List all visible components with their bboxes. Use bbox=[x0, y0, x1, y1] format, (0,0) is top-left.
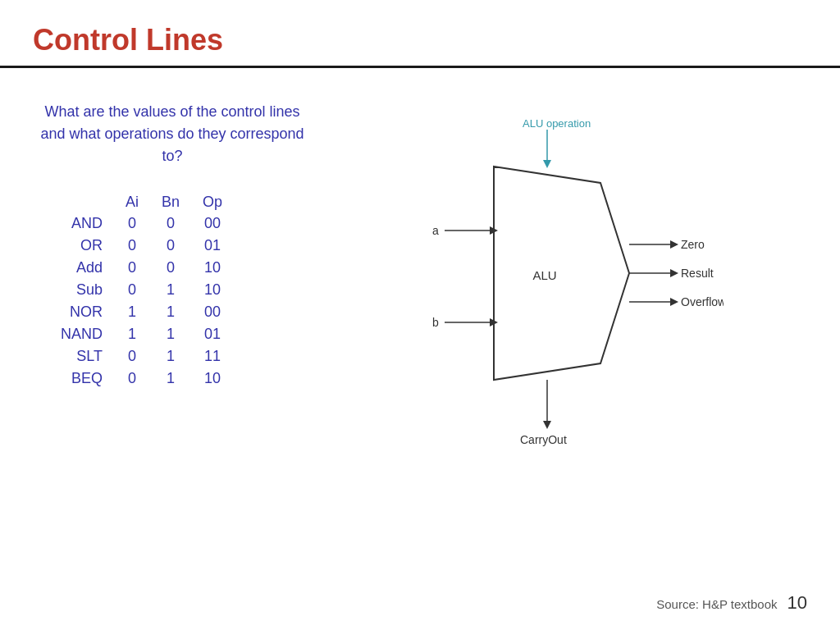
cell-4-3: 00 bbox=[191, 301, 234, 323]
svg-marker-14 bbox=[670, 269, 678, 277]
cell-3-3: 10 bbox=[191, 279, 234, 301]
content-area: What are the values of the control lines… bbox=[0, 68, 840, 591]
cell-6-1: 0 bbox=[114, 345, 150, 368]
svg-text:CarryOut: CarryOut bbox=[520, 433, 567, 446]
footer: Source: H&P textbook 10 bbox=[656, 592, 807, 614]
table-container: Ai Bn Op AND0000OR0001Add0010Sub0110NOR1… bbox=[33, 192, 312, 390]
cell-6-3: 11 bbox=[191, 345, 234, 368]
cell-2-1: 0 bbox=[114, 257, 150, 279]
cell-7-1: 0 bbox=[114, 368, 150, 390]
table-header-row: Ai Bn Op bbox=[49, 192, 234, 212]
alu-svg: ALU operation a b ALU bbox=[395, 109, 724, 486]
right-panel: ALU operation a b ALU bbox=[312, 84, 807, 575]
cell-5-2: 1 bbox=[150, 323, 191, 345]
cell-7-0: BEQ bbox=[49, 368, 114, 390]
alu-operation-label: ALU operation bbox=[523, 117, 591, 130]
svg-marker-11 bbox=[670, 240, 678, 249]
table-row: SLT0111 bbox=[49, 345, 234, 368]
svg-text:Result: Result bbox=[681, 267, 714, 280]
svg-text:b: b bbox=[432, 316, 439, 329]
cell-5-1: 1 bbox=[114, 323, 150, 345]
cell-2-2: 0 bbox=[150, 257, 191, 279]
cell-4-1: 1 bbox=[114, 301, 150, 323]
alu-table: Ai Bn Op AND0000OR0001Add0010Sub0110NOR1… bbox=[49, 192, 234, 390]
cell-5-0: NAND bbox=[49, 323, 114, 345]
col-header-ai: Ai bbox=[114, 192, 150, 212]
svg-text:ALU: ALU bbox=[532, 268, 556, 282]
svg-text:Zero: Zero bbox=[681, 238, 705, 251]
source-label: Source: H&P textbook bbox=[656, 597, 777, 611]
cell-1-2: 0 bbox=[150, 235, 191, 257]
cell-7-2: 1 bbox=[150, 368, 191, 390]
cell-2-3: 10 bbox=[191, 257, 234, 279]
table-row: OR0001 bbox=[49, 235, 234, 257]
svg-text:Overflow: Overflow bbox=[681, 295, 724, 308]
cell-2-0: Add bbox=[49, 257, 114, 279]
page-title: Control Lines bbox=[33, 23, 807, 57]
cell-3-1: 0 bbox=[114, 279, 150, 301]
question-text: What are the values of the control lines… bbox=[33, 101, 312, 167]
title-area: Control Lines bbox=[0, 0, 840, 66]
cell-3-2: 1 bbox=[150, 279, 191, 301]
svg-marker-20 bbox=[543, 421, 551, 429]
cell-4-2: 1 bbox=[150, 301, 191, 323]
table-row: Add0010 bbox=[49, 257, 234, 279]
cell-6-2: 1 bbox=[150, 345, 191, 368]
svg-marker-2 bbox=[494, 167, 629, 380]
cell-1-1: 0 bbox=[114, 235, 150, 257]
alu-diagram: ALU operation a b ALU bbox=[395, 109, 724, 486]
left-panel: What are the values of the control lines… bbox=[33, 84, 312, 575]
cell-1-0: OR bbox=[49, 235, 114, 257]
slide: Control Lines What are the values of the… bbox=[0, 0, 840, 630]
col-header-opcode: Op bbox=[191, 192, 234, 212]
table-row: Sub0110 bbox=[49, 279, 234, 301]
cell-7-3: 10 bbox=[191, 368, 234, 390]
cell-6-0: SLT bbox=[49, 345, 114, 368]
cell-1-3: 01 bbox=[191, 235, 234, 257]
page-number: 10 bbox=[788, 592, 807, 614]
table-row: NOR1100 bbox=[49, 301, 234, 323]
cell-3-0: Sub bbox=[49, 279, 114, 301]
cell-0-2: 0 bbox=[150, 212, 191, 235]
cell-0-1: 0 bbox=[114, 212, 150, 235]
cell-5-3: 01 bbox=[191, 323, 234, 345]
table-row: NAND1101 bbox=[49, 323, 234, 345]
cell-0-0: AND bbox=[49, 212, 114, 235]
col-header-bn: Bn bbox=[150, 192, 191, 212]
col-header-op bbox=[49, 192, 114, 212]
svg-marker-17 bbox=[670, 298, 678, 306]
cell-4-0: NOR bbox=[49, 301, 114, 323]
svg-marker-1 bbox=[543, 160, 551, 168]
cell-0-3: 00 bbox=[191, 212, 234, 235]
table-row: BEQ0110 bbox=[49, 368, 234, 390]
table-row: AND0000 bbox=[49, 212, 234, 235]
svg-text:a: a bbox=[432, 224, 439, 237]
